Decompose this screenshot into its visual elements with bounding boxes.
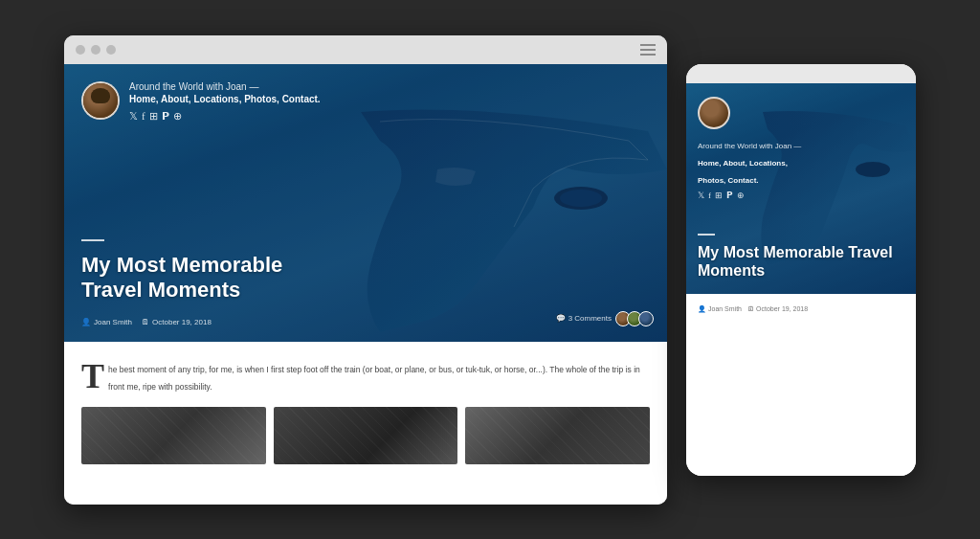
- pinterest-icon[interactable]: 𝗣: [162, 110, 169, 123]
- hamburger-line: [640, 44, 656, 46]
- mobile-calendar-icon: 🗓: [747, 305, 754, 312]
- mobile-author-name: Joan Smith: [708, 305, 742, 312]
- commenter-avatars: [615, 311, 650, 326]
- drop-cap: T: [81, 363, 104, 391]
- desktop-content: Around the World with Joan — Home, About…: [64, 64, 667, 505]
- minimize-dot: [91, 45, 100, 55]
- twitter-icon[interactable]: 𝕏: [129, 110, 138, 123]
- avatar: [81, 81, 120, 120]
- desktop-article: T he best moment of any trip, for me, is…: [64, 342, 667, 505]
- mobile-social-icons: 𝕏 f ⊞ 𝗣 ⊕: [698, 191, 904, 200]
- comments-meta: 💬 3 Comments: [556, 311, 650, 326]
- mobile-post-date: October 19, 2018: [756, 305, 808, 312]
- desktop-mockup: Around the World with Joan — Home, About…: [64, 35, 667, 505]
- desktop-hero: Around the World with Joan — Home, About…: [64, 64, 667, 342]
- mobile-wordpress-icon[interactable]: ⊕: [737, 191, 745, 200]
- author-icon: 👤: [81, 318, 91, 326]
- article-image-2: [274, 407, 458, 464]
- mobile-meta: 👤 Joan Smith 🗓 October 19, 2018: [698, 305, 904, 313]
- mobile-site-name: Around the World with Joan —: [698, 142, 801, 150]
- commenter-avatar-3: [638, 311, 654, 326]
- mobile-author-icon: 👤: [698, 305, 706, 313]
- mobile-header: Around the World with Joan — Home, About…: [698, 97, 904, 200]
- hamburger-line: [640, 54, 656, 56]
- article-body: T he best moment of any trip, for me, is…: [81, 359, 650, 393]
- desktop-header: Around the World with Joan — Home, About…: [81, 81, 321, 123]
- close-dot: [76, 45, 85, 55]
- date-meta: 🗓 October 19, 2018: [142, 318, 212, 326]
- hero-text-block: My Most Memorable Travel Moments: [81, 239, 330, 303]
- maximize-dot: [106, 45, 116, 55]
- mobile-nav-line2[interactable]: Photos, Contact.: [698, 176, 759, 185]
- hero-divider: [81, 239, 104, 241]
- comment-icon: 💬: [556, 314, 566, 323]
- mobile-divider: [698, 234, 715, 236]
- desktop-titlebar: [64, 35, 667, 64]
- mobile-content: Around the World with Joan — Home, About…: [686, 83, 916, 476]
- site-name: Around the World with Joan —: [129, 81, 321, 92]
- wordpress-icon[interactable]: ⊕: [173, 110, 182, 123]
- mobile-article: 👤 Joan Smith 🗓 October 19, 2018: [686, 294, 916, 476]
- calendar-icon: 🗓: [142, 318, 149, 326]
- mobile-nav: Around the World with Joan — Home, About…: [698, 135, 904, 200]
- mobile-hero-text: My Most Memorable Travel Moments: [698, 234, 916, 280]
- mobile-author-meta: 👤 Joan Smith: [698, 305, 742, 313]
- avatar-image: [83, 83, 118, 118]
- article-text: he best moment of any trip, for me, is w…: [108, 365, 640, 392]
- mobile-nav-line1[interactable]: Home, About, Locations,: [698, 159, 788, 168]
- article-images: [81, 407, 650, 464]
- mobile-pinterest-icon[interactable]: 𝗣: [726, 191, 733, 200]
- instagram-icon[interactable]: ⊞: [149, 110, 158, 123]
- hamburger-line: [640, 49, 656, 51]
- hamburger-menu[interactable]: [640, 44, 656, 56]
- mobile-avatar: [698, 97, 730, 129]
- article-image-3: [465, 407, 650, 464]
- author-name: Joan Smith: [94, 318, 132, 326]
- author-meta: 👤 Joan Smith: [81, 318, 132, 326]
- mobile-titlebar: [686, 64, 916, 83]
- facebook-icon[interactable]: f: [142, 110, 145, 123]
- hero-meta: 👤 Joan Smith 🗓 October 19, 2018: [81, 318, 212, 326]
- comment-count[interactable]: 💬 3 Comments: [556, 314, 612, 323]
- comment-label: 3 Comments: [568, 314, 612, 323]
- mobile-title: My Most Memorable Travel Moments: [698, 243, 916, 280]
- hero-title: My Most Memorable Travel Moments: [81, 253, 330, 303]
- nav-menu[interactable]: Home, About, Locations, Photos, Contact.: [129, 94, 321, 104]
- article-image-1: [81, 407, 266, 464]
- mobile-mockup: Around the World with Joan — Home, About…: [686, 64, 916, 476]
- social-icons: 𝕏 f ⊞ 𝗣 ⊕: [129, 110, 321, 123]
- window-controls: [76, 45, 116, 55]
- mobile-twitter-icon[interactable]: 𝕏: [698, 191, 704, 200]
- mobile-date-meta: 🗓 October 19, 2018: [747, 305, 808, 312]
- mobile-instagram-icon[interactable]: ⊞: [715, 191, 723, 200]
- mobile-facebook-icon[interactable]: f: [708, 191, 711, 200]
- post-date: October 19, 2018: [152, 318, 212, 326]
- mobile-hero: Around the World with Joan — Home, About…: [686, 83, 916, 294]
- hero-nav: Around the World with Joan — Home, About…: [129, 81, 321, 123]
